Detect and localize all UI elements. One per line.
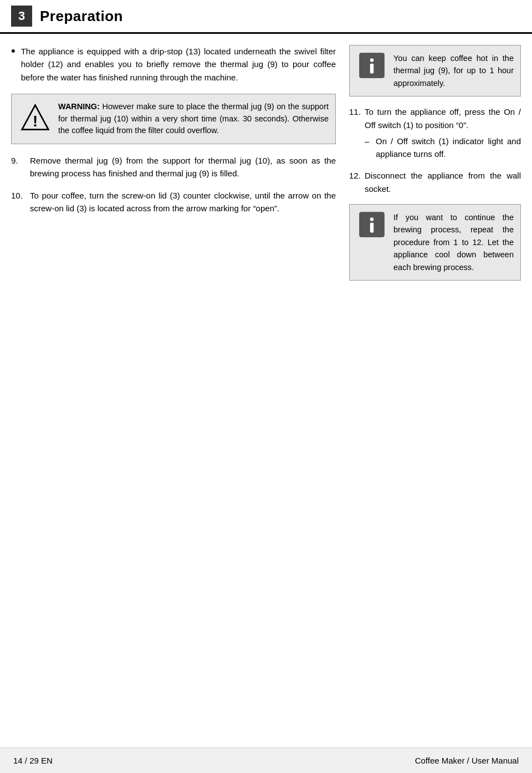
info-box-1: You can keep coffee hot in the thermal j…	[349, 45, 521, 96]
info-icon-1	[356, 52, 387, 79]
main-content: • The appliance is equipped with a drip-…	[0, 45, 532, 289]
item-9-text: Remove thermal jug (9) from the support …	[30, 154, 336, 180]
svg-point-3	[370, 58, 373, 62]
right-column: You can keep coffee hot in the thermal j…	[349, 45, 521, 289]
info-box-1-text: You can keep coffee hot in the thermal j…	[393, 52, 514, 89]
svg-rect-7	[370, 223, 373, 233]
item-12-text: Disconnect the appliance from the wall s…	[365, 169, 521, 195]
numbered-item-11: 11. To turn the appliance off, press the…	[349, 105, 521, 160]
left-column: • The appliance is equipped with a drip-…	[11, 45, 336, 289]
warning-box: ! WARNING: However make sure to place th…	[11, 94, 336, 144]
item-11-text: To turn the appliance off, press the On …	[365, 105, 521, 131]
page-footer: 14 / 29 EN Coffee Maker / User Manual	[0, 747, 532, 773]
dash-symbol: –	[365, 135, 376, 148]
item-10-text: To pour coffee, turn the screw-on lid (3…	[30, 189, 336, 215]
warning-icon: !	[18, 103, 52, 134]
item-11-number: 11.	[349, 105, 365, 118]
item-9-number: 9.	[11, 154, 28, 167]
section-title: Preparation	[40, 8, 123, 25]
svg-rect-4	[370, 64, 373, 74]
dash-text: On / Off switch (1) indicator light and …	[376, 135, 521, 161]
dash-item: – On / Off switch (1) indicator light an…	[349, 135, 521, 161]
section-header: 3 Preparation	[0, 0, 532, 34]
section-number: 3	[11, 6, 32, 27]
page-number: 14 / 29 EN	[13, 756, 53, 765]
document-title: Coffee Maker / User Manual	[415, 756, 519, 765]
info-box-2: If you want to continue the brewing proc…	[349, 204, 521, 281]
numbered-item-9: 9. Remove thermal jug (9) from the suppo…	[11, 154, 336, 180]
item-12-number: 12.	[349, 169, 365, 182]
bullet-text: The appliance is equipped with a drip-st…	[21, 45, 336, 84]
info-box-2-text: If you want to continue the brewing proc…	[393, 211, 514, 273]
bullet-item: • The appliance is equipped with a drip-…	[11, 45, 336, 84]
numbered-item-10: 10. To pour coffee, turn the screw-on li…	[11, 189, 336, 215]
bullet-dot: •	[11, 44, 16, 58]
numbered-item-12: 12. Disconnect the appliance from the wa…	[349, 169, 521, 195]
item-11-row: 11. To turn the appliance off, press the…	[349, 105, 521, 131]
svg-text:!: !	[32, 113, 37, 130]
item-10-number: 10.	[11, 189, 28, 202]
warning-text: WARNING: However make sure to place the …	[58, 101, 329, 137]
info-icon-2	[356, 211, 387, 238]
warning-label: WARNING:	[58, 102, 100, 111]
svg-point-6	[370, 217, 373, 221]
